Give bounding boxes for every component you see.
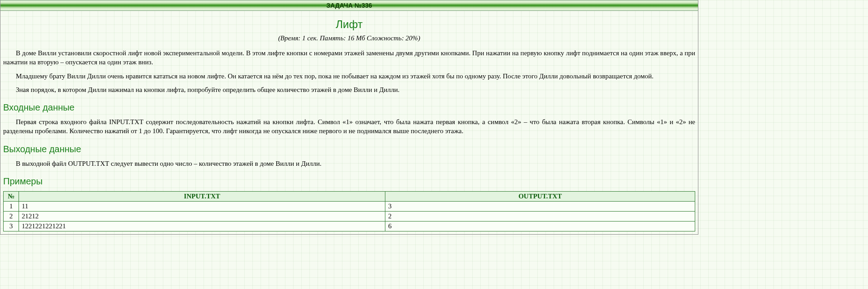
cell-output: 2 [385,211,695,221]
problem-container: ЗАДАЧА №336 Лифт (Время: 1 сек. Память: … [0,0,698,235]
problem-title: Лифт [3,18,695,31]
statement-paragraph: Младшему брату Вилли Дилли очень нравитс… [3,72,695,81]
col-output: OUTPUT.TXT [385,191,695,201]
table-header-row: № INPUT.TXT OUTPUT.TXT [4,191,695,201]
cell-output: 6 [385,221,695,231]
output-heading: Выходные данные [3,144,695,154]
cell-output: 3 [385,201,695,211]
table-row: 1 11 3 [4,201,695,211]
cell-number: 3 [4,221,19,231]
cell-input: 1221221221221 [19,221,385,231]
examples-table: № INPUT.TXT OUTPUT.TXT 1 11 3 2 21212 2 … [3,191,695,231]
statement-paragraph: Зная порядок, в котором Дилли нажимал на… [3,85,695,94]
cell-number: 2 [4,211,19,221]
col-input: INPUT.TXT [19,191,385,201]
cell-input: 11 [19,201,385,211]
cell-input: 21212 [19,211,385,221]
statement-paragraph: В доме Вилли установили скоростной лифт … [3,48,695,67]
cell-number: 1 [4,201,19,211]
table-row: 3 1221221221221 6 [4,221,695,231]
table-row: 2 21212 2 [4,211,695,221]
output-paragraph: В выходной файл OUTPUT.TXT следует вывес… [3,159,695,168]
input-heading: Входные данные [3,102,695,113]
examples-heading: Примеры [3,176,695,187]
problem-meta: (Время: 1 сек. Память: 16 Мб Сложность: … [3,34,695,42]
col-number: № [4,191,19,201]
input-paragraph: Первая строка входного файла INPUT.TXT с… [3,117,695,136]
problem-header: ЗАДАЧА №336 [0,0,698,11]
problem-content: Лифт (Время: 1 сек. Память: 16 Мб Сложно… [0,18,698,231]
